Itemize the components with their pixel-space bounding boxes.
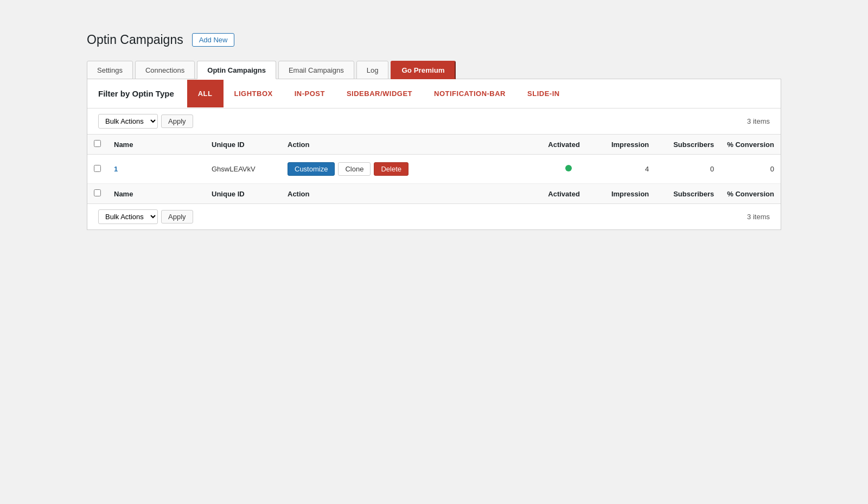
filter-bar: Filter by Optin Type ALL LIGHTBOX IN-POS… xyxy=(87,79,781,109)
filter-label: Filter by Optin Type xyxy=(98,79,174,108)
tfh-impression[interactable]: Impression xyxy=(596,184,655,204)
nav-tabs: Settings Connections Optin Campaigns Ema… xyxy=(87,60,781,79)
top-table-controls: Bulk Actions Apply 3 items xyxy=(87,109,781,134)
tab-log[interactable]: Log xyxy=(356,61,389,79)
row-unique-id: GhswLEAVkV xyxy=(212,165,256,173)
top-apply-button[interactable]: Apply xyxy=(161,114,193,128)
table-footer-header-row: Name Unique ID Action Activated Impressi… xyxy=(87,184,781,204)
main-content: Filter by Optin Type ALL LIGHTBOX IN-POS… xyxy=(87,79,781,230)
th-unique-id[interactable]: Unique ID xyxy=(205,135,281,155)
row-subscribers-cell: 0 xyxy=(655,155,720,184)
row-name-link[interactable]: 1 xyxy=(114,165,118,173)
th-name[interactable]: Name xyxy=(107,135,205,155)
tfh-activated[interactable]: Activated xyxy=(541,184,596,204)
top-bulk-actions-wrap: Bulk Actions Apply xyxy=(98,114,193,129)
top-items-count: 3 items xyxy=(747,117,770,125)
row-uid-cell: GhswLEAVkV xyxy=(205,155,281,184)
th-subscribers[interactable]: Subscribers xyxy=(655,135,720,155)
row-conversion: 0 xyxy=(770,165,774,173)
page-title: Optin Campaigns xyxy=(87,33,183,47)
page-header: Optin Campaigns Add New xyxy=(87,33,781,47)
status-active-dot xyxy=(565,165,572,171)
filter-tab-notification-bar[interactable]: NOTIFICATION-BAR xyxy=(423,80,516,107)
th-impression[interactable]: Impression xyxy=(596,135,655,155)
add-new-button[interactable]: Add New xyxy=(192,33,235,47)
tab-optin-campaigns[interactable]: Optin Campaigns xyxy=(197,61,276,79)
clone-button[interactable]: Clone xyxy=(338,162,371,176)
row-conversion-cell: 0 xyxy=(720,155,781,184)
th-conversion[interactable]: % Conversion xyxy=(720,135,781,155)
filter-tab-lightbox[interactable]: LIGHTBOX xyxy=(224,80,284,107)
table-row: 1 GhswLEAVkV Customize Clone Delete xyxy=(87,155,781,184)
delete-button[interactable]: Delete xyxy=(374,162,409,176)
row-impression: 4 xyxy=(645,165,649,173)
tab-settings[interactable]: Settings xyxy=(87,61,133,79)
bottom-apply-button[interactable]: Apply xyxy=(161,210,193,224)
table-header-row: Name Unique ID Action Activated Impressi… xyxy=(87,135,781,155)
filter-tab-sidebar-widget[interactable]: SIDEBAR/WIDGET xyxy=(336,80,423,107)
tfh-action[interactable]: Action xyxy=(281,184,541,204)
filter-tabs: ALL LIGHTBOX IN-POST SIDEBAR/WIDGET NOTI… xyxy=(187,80,571,107)
tfh-subscribers[interactable]: Subscribers xyxy=(655,184,720,204)
footer-select-all-checkbox[interactable] xyxy=(94,189,101,196)
row-impression-cell: 4 xyxy=(596,155,655,184)
row-activated-cell xyxy=(541,155,596,184)
filter-tab-slide-in[interactable]: SLIDE-IN xyxy=(516,80,571,107)
row-subscribers: 0 xyxy=(710,165,714,173)
filter-tab-in-post[interactable]: IN-POST xyxy=(284,80,336,107)
tab-go-premium[interactable]: Go Premium xyxy=(391,61,455,79)
row-checkbox[interactable] xyxy=(94,165,101,172)
tfh-checkbox xyxy=(87,184,107,204)
bottom-items-count: 3 items xyxy=(747,213,770,221)
filter-tab-all[interactable]: ALL xyxy=(187,80,224,107)
tfh-conversion[interactable]: % Conversion xyxy=(720,184,781,204)
th-checkbox xyxy=(87,135,107,155)
bottom-bulk-actions-wrap: Bulk Actions Apply xyxy=(98,209,193,224)
campaigns-table: Name Unique ID Action Activated Impressi… xyxy=(87,134,781,204)
tfh-name[interactable]: Name xyxy=(107,184,205,204)
bottom-bulk-actions-select[interactable]: Bulk Actions xyxy=(98,209,158,224)
tfh-unique-id[interactable]: Unique ID xyxy=(205,184,281,204)
row-action-cell: Customize Clone Delete xyxy=(281,155,541,184)
customize-button[interactable]: Customize xyxy=(288,162,335,176)
th-activated[interactable]: Activated xyxy=(541,135,596,155)
select-all-checkbox[interactable] xyxy=(94,140,101,147)
tab-email-campaigns[interactable]: Email Campaigns xyxy=(278,61,354,79)
row-checkbox-cell xyxy=(87,155,107,184)
tab-connections[interactable]: Connections xyxy=(135,61,195,79)
row-name-cell: 1 xyxy=(107,155,205,184)
top-bulk-actions-select[interactable]: Bulk Actions xyxy=(98,114,158,129)
th-action[interactable]: Action xyxy=(281,135,541,155)
action-buttons: Customize Clone Delete xyxy=(288,162,535,176)
bottom-table-controls: Bulk Actions Apply 3 items xyxy=(87,204,781,229)
